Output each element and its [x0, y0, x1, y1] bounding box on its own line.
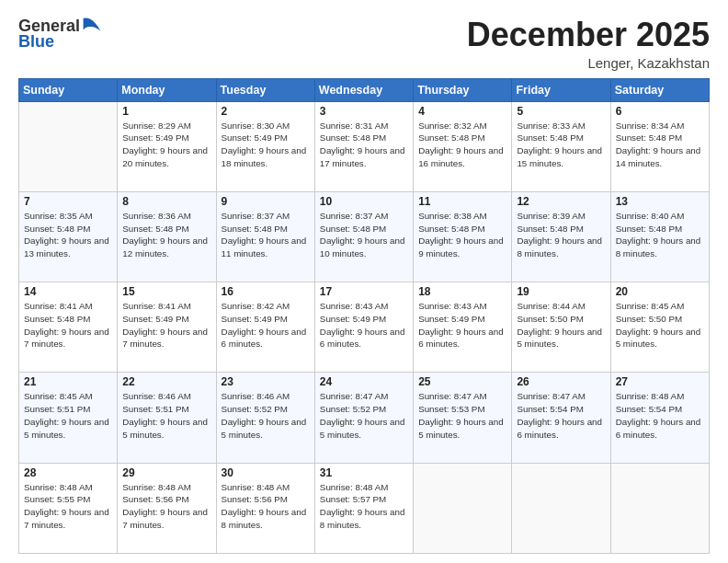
daylight-text: Daylight: 9 hours and 6 minutes.: [418, 327, 504, 350]
daylight-text: Daylight: 9 hours and 13 minutes.: [24, 236, 109, 259]
calendar-cell: 18 Sunrise: 8:43 AM Sunset: 5:49 PM Dayl…: [414, 282, 512, 373]
day-number: 29: [122, 466, 210, 479]
day-number: 3: [320, 105, 408, 118]
sunset-text: Sunset: 5:49 PM: [122, 132, 188, 143]
sunset-text: Sunset: 5:48 PM: [616, 224, 682, 234]
header: General Blue December 2025 Lenger, Kazak…: [18, 17, 710, 71]
title-block: December 2025 Lenger, Kazakhstan: [467, 17, 710, 71]
col-saturday: Saturday: [610, 78, 709, 101]
day-info: Sunrise: 8:36 AM Sunset: 5:48 PM Dayligh…: [122, 210, 210, 260]
sunset-text: Sunset: 5:48 PM: [24, 314, 90, 324]
calendar-cell: [414, 463, 512, 553]
day-number: 17: [320, 285, 408, 298]
day-info: Sunrise: 8:43 AM Sunset: 5:49 PM Dayligh…: [320, 300, 408, 350]
daylight-text: Daylight: 9 hours and 6 minutes.: [517, 417, 602, 440]
sunrise-text: Sunrise: 8:40 AM: [616, 211, 685, 221]
day-info: Sunrise: 8:35 AM Sunset: 5:48 PM Dayligh…: [24, 210, 112, 260]
calendar-cell: 25 Sunrise: 8:47 AM Sunset: 5:53 PM Dayl…: [414, 373, 512, 463]
calendar-cell: [19, 101, 118, 191]
daylight-text: Daylight: 9 hours and 8 minutes.: [222, 507, 307, 530]
daylight-text: Daylight: 9 hours and 17 minutes.: [320, 145, 405, 168]
calendar-cell: 29 Sunrise: 8:48 AM Sunset: 5:56 PM Dayl…: [118, 463, 216, 553]
day-info: Sunrise: 8:40 AM Sunset: 5:48 PM Dayligh…: [616, 210, 704, 260]
sunrise-text: Sunrise: 8:48 AM: [24, 482, 93, 492]
day-number: 5: [517, 105, 605, 118]
sunset-text: Sunset: 5:48 PM: [616, 132, 682, 143]
day-info: Sunrise: 8:41 AM Sunset: 5:48 PM Dayligh…: [24, 300, 112, 350]
day-info: Sunrise: 8:48 AM Sunset: 5:54 PM Dayligh…: [616, 390, 704, 441]
calendar-cell: 4 Sunrise: 8:32 AM Sunset: 5:48 PM Dayli…: [414, 101, 512, 191]
calendar-cell: 16 Sunrise: 8:42 AM Sunset: 5:49 PM Dayl…: [216, 282, 314, 373]
calendar-cell: 23 Sunrise: 8:46 AM Sunset: 5:52 PM Dayl…: [216, 373, 314, 463]
daylight-text: Daylight: 9 hours and 15 minutes.: [517, 145, 602, 168]
day-info: Sunrise: 8:41 AM Sunset: 5:49 PM Dayligh…: [122, 300, 210, 350]
daylight-text: Daylight: 9 hours and 5 minutes.: [222, 417, 307, 440]
day-number: 7: [24, 195, 112, 208]
sunrise-text: Sunrise: 8:38 AM: [418, 211, 487, 221]
sunset-text: Sunset: 5:48 PM: [517, 132, 583, 143]
daylight-text: Daylight: 9 hours and 6 minutes.: [222, 327, 307, 350]
col-sunday: Sunday: [19, 78, 118, 101]
calendar-cell: 14 Sunrise: 8:41 AM Sunset: 5:48 PM Dayl…: [19, 282, 118, 373]
sunset-text: Sunset: 5:49 PM: [320, 314, 386, 324]
month-title: December 2025: [467, 17, 710, 53]
sunrise-text: Sunrise: 8:42 AM: [222, 301, 290, 311]
sunset-text: Sunset: 5:55 PM: [24, 494, 90, 504]
daylight-text: Daylight: 9 hours and 16 minutes.: [418, 145, 504, 168]
daylight-text: Daylight: 9 hours and 8 minutes.: [616, 236, 701, 259]
day-info: Sunrise: 8:48 AM Sunset: 5:56 PM Dayligh…: [122, 481, 210, 532]
calendar-cell: 3 Sunrise: 8:31 AM Sunset: 5:48 PM Dayli…: [314, 101, 413, 191]
sunset-text: Sunset: 5:48 PM: [320, 132, 386, 143]
daylight-text: Daylight: 9 hours and 6 minutes.: [616, 417, 701, 440]
sunrise-text: Sunrise: 8:47 AM: [517, 391, 586, 401]
sunrise-text: Sunrise: 8:43 AM: [418, 301, 487, 311]
sunrise-text: Sunrise: 8:37 AM: [320, 211, 389, 221]
day-info: Sunrise: 8:34 AM Sunset: 5:48 PM Dayligh…: [616, 120, 704, 170]
week-row-4: 21 Sunrise: 8:45 AM Sunset: 5:51 PM Dayl…: [19, 373, 710, 463]
sunrise-text: Sunrise: 8:47 AM: [418, 391, 487, 401]
day-number: 2: [222, 105, 310, 118]
day-info: Sunrise: 8:37 AM Sunset: 5:48 PM Dayligh…: [320, 210, 408, 260]
day-number: 31: [320, 466, 408, 479]
sunrise-text: Sunrise: 8:31 AM: [320, 121, 389, 131]
sunrise-text: Sunrise: 8:45 AM: [24, 391, 93, 401]
sunset-text: Sunset: 5:48 PM: [222, 224, 288, 234]
sunrise-text: Sunrise: 8:35 AM: [24, 211, 93, 221]
sunrise-text: Sunrise: 8:30 AM: [222, 121, 290, 131]
day-info: Sunrise: 8:29 AM Sunset: 5:49 PM Dayligh…: [122, 120, 210, 170]
day-number: 26: [517, 375, 605, 388]
calendar-cell: [512, 463, 610, 553]
daylight-text: Daylight: 9 hours and 7 minutes.: [122, 327, 208, 350]
daylight-text: Daylight: 9 hours and 12 minutes.: [122, 236, 208, 259]
sunset-text: Sunset: 5:48 PM: [122, 224, 188, 234]
sunrise-text: Sunrise: 8:47 AM: [320, 391, 389, 401]
daylight-text: Daylight: 9 hours and 5 minutes.: [24, 417, 109, 440]
calendar-cell: 5 Sunrise: 8:33 AM Sunset: 5:48 PM Dayli…: [512, 101, 610, 191]
day-number: 9: [222, 195, 310, 208]
sunset-text: Sunset: 5:54 PM: [616, 404, 682, 414]
calendar-cell: 15 Sunrise: 8:41 AM Sunset: 5:49 PM Dayl…: [118, 282, 216, 373]
day-info: Sunrise: 8:48 AM Sunset: 5:55 PM Dayligh…: [24, 481, 112, 532]
daylight-text: Daylight: 9 hours and 7 minutes.: [24, 327, 109, 350]
calendar-cell: 21 Sunrise: 8:45 AM Sunset: 5:51 PM Dayl…: [19, 373, 118, 463]
sunset-text: Sunset: 5:57 PM: [320, 494, 386, 504]
day-info: Sunrise: 8:38 AM Sunset: 5:48 PM Dayligh…: [418, 210, 506, 260]
day-number: 20: [616, 285, 704, 298]
daylight-text: Daylight: 9 hours and 5 minutes.: [320, 417, 405, 440]
daylight-text: Daylight: 9 hours and 11 minutes.: [222, 236, 307, 259]
week-row-3: 14 Sunrise: 8:41 AM Sunset: 5:48 PM Dayl…: [19, 282, 710, 373]
day-info: Sunrise: 8:48 AM Sunset: 5:57 PM Dayligh…: [320, 481, 408, 532]
calendar-cell: 13 Sunrise: 8:40 AM Sunset: 5:48 PM Dayl…: [610, 191, 709, 282]
sunset-text: Sunset: 5:56 PM: [222, 494, 288, 504]
day-number: 13: [616, 195, 704, 208]
sunset-text: Sunset: 5:49 PM: [222, 314, 288, 324]
sunrise-text: Sunrise: 8:43 AM: [320, 301, 389, 311]
col-monday: Monday: [118, 78, 216, 101]
sunrise-text: Sunrise: 8:32 AM: [418, 121, 487, 131]
daylight-text: Daylight: 9 hours and 8 minutes.: [320, 507, 405, 530]
calendar-header-row: Sunday Monday Tuesday Wednesday Thursday…: [19, 78, 710, 101]
day-number: 30: [222, 466, 310, 479]
col-wednesday: Wednesday: [314, 78, 413, 101]
sunrise-text: Sunrise: 8:48 AM: [222, 482, 290, 492]
sunset-text: Sunset: 5:49 PM: [222, 132, 288, 143]
